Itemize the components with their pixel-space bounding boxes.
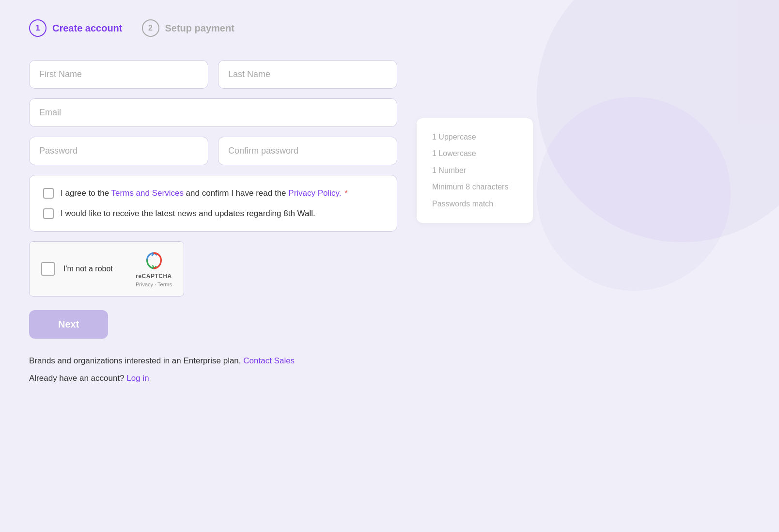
newsletter-text: I would like to receive the latest news … <box>61 207 315 220</box>
newsletter-row: I would like to receive the latest news … <box>43 207 383 220</box>
terms-checkbox[interactable] <box>43 188 54 199</box>
login-text: Already have an account? Log in <box>29 374 397 383</box>
form-fields: I agree to the Terms and Services and co… <box>29 60 397 391</box>
newsletter-checkbox[interactable] <box>43 208 54 219</box>
first-name-input[interactable] <box>29 60 208 89</box>
password-hints-panel: 1 Uppercase 1 Lowercase 1 Number Minimum… <box>417 118 533 223</box>
contact-sales-link[interactable]: Contact Sales <box>243 356 295 365</box>
step-1-number: 1 <box>36 24 40 32</box>
hint-uppercase: 1 Uppercase <box>432 132 517 142</box>
confirm-password-input[interactable] <box>218 137 397 165</box>
required-star: * <box>343 188 348 198</box>
checkbox-container: I agree to the Terms and Services and co… <box>29 175 397 232</box>
form-container: I agree to the Terms and Services and co… <box>29 60 750 391</box>
privacy-link[interactable]: Privacy Policy. <box>288 188 341 198</box>
terms-row: I agree to the Terms and Services and co… <box>43 187 383 200</box>
recaptcha-box: I'm not a robot reCAPTCHA Privacy · Term… <box>29 241 184 297</box>
password-row <box>29 137 397 165</box>
terms-text: I agree to the Terms and Services and co… <box>61 187 348 200</box>
email-input[interactable] <box>29 98 397 127</box>
email-row <box>29 98 397 127</box>
terms-link[interactable]: Terms and Services <box>111 188 184 198</box>
next-button[interactable]: Next <box>29 310 108 339</box>
name-row <box>29 60 397 89</box>
recaptcha-left: I'm not a robot <box>41 262 113 276</box>
step-2: 2 Setup payment <box>142 19 234 37</box>
last-name-input[interactable] <box>218 60 397 89</box>
enterprise-text: Brands and organizations interested in a… <box>29 356 397 366</box>
hint-lowercase: 1 Lowercase <box>432 148 517 159</box>
recaptcha-links: Privacy · Terms <box>136 282 172 287</box>
password-input[interactable] <box>29 137 208 165</box>
terms-middle: and confirm I have read the <box>184 188 288 198</box>
step-1-label: Create account <box>52 23 123 34</box>
recaptcha-logo: reCAPTCHA Privacy · Terms <box>136 250 172 287</box>
terms-prefix: I agree to the <box>61 188 111 198</box>
enterprise-prefix: Brands and organizations interested in a… <box>29 356 243 365</box>
hint-number: 1 Number <box>432 165 517 176</box>
step-1-circle: 1 <box>29 19 47 37</box>
stepper: 1 Create account 2 Setup payment <box>29 19 750 37</box>
hint-min-chars: Minimum 8 characters <box>432 182 517 192</box>
step-2-label: Setup payment <box>165 23 234 34</box>
account-prefix: Already have an account? <box>29 374 126 383</box>
step-2-circle: 2 <box>142 19 159 37</box>
recaptcha-icon <box>144 250 164 271</box>
recaptcha-brand: reCAPTCHA <box>136 273 172 280</box>
login-link[interactable]: Log in <box>126 374 149 383</box>
recaptcha-checkbox[interactable] <box>41 262 55 276</box>
step-1: 1 Create account <box>29 19 123 37</box>
hint-match: Passwords match <box>432 199 517 209</box>
step-2-number: 2 <box>148 24 153 32</box>
recaptcha-label: I'm not a robot <box>63 265 113 273</box>
